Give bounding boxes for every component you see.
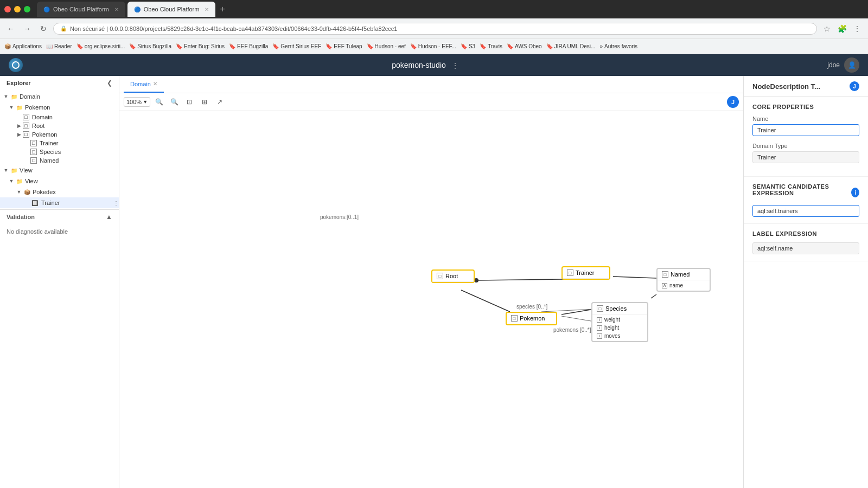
url-bar[interactable]: 🔒 Non sécurisé | 0.0.0.0:8080/projects/5…	[53, 23, 817, 35]
back-btn[interactable]: ←	[4, 22, 17, 35]
validation-message: No diagnostic available	[7, 228, 68, 235]
app-logo-inner	[12, 61, 20, 69]
node-trainer[interactable]: □ Trainer	[561, 266, 610, 280]
bookmark-btn[interactable]: ☆	[820, 22, 833, 35]
app-menu-icon[interactable]: ⋮	[452, 62, 458, 69]
tab-close-icon[interactable]: ✕	[153, 81, 157, 87]
tree-item-pokemon-group[interactable]: ▼ 📁 Pokemon ⋮	[0, 102, 119, 113]
forward-btn[interactable]: →	[21, 22, 34, 35]
tree-item-domain[interactable]: ▼ 📁 Domain ⋮	[0, 91, 119, 102]
node-species-field-moves: i moves	[597, 332, 643, 340]
tree-arrow-view-item: ▼	[8, 178, 15, 184]
bookmark-sirius-bz[interactable]: 🔖 Sirius Bugzilla	[129, 43, 171, 49]
zoom-select[interactable]: 100% ▼	[124, 97, 150, 107]
settings-btn[interactable]: ⋮	[851, 22, 864, 35]
validation-title: Validation	[7, 214, 35, 220]
fit-btn[interactable]: ⊡	[183, 95, 196, 108]
node-root-icon: □	[437, 273, 443, 279]
node-pokemon-icon: □	[511, 315, 518, 322]
tree-item-root[interactable]: ▶ □ Root ⋮	[0, 121, 119, 130]
user-avatar[interactable]: 👤	[844, 57, 859, 73]
tab1-close[interactable]: ✕	[114, 7, 119, 12]
validation-content: No diagnostic available	[0, 224, 119, 239]
tree-item-domain2[interactable]: ▶ □ Domain ⋮	[0, 113, 119, 121]
bookmark-aws[interactable]: 🔖 AWS Obeo	[507, 43, 542, 49]
editor-tabs: Domain ✕	[119, 76, 743, 93]
box-icon-pokemon: □	[23, 131, 29, 138]
explorer-collapse-icon[interactable]: ❮	[107, 79, 112, 87]
node-root[interactable]: □ Root	[431, 269, 475, 283]
bookmark-s3[interactable]: 🔖 S3	[461, 43, 475, 49]
tree-item-pokedex[interactable]: ▼ 📦 Pokedex ⋮	[0, 187, 119, 197]
bookmark-apps[interactable]: 📦 Applications	[4, 43, 42, 49]
bookmark-tuleap[interactable]: 🔖 EEF Tuleap	[326, 43, 362, 49]
arrange-btn[interactable]: ⊞	[198, 95, 211, 108]
zoom-in-btn[interactable]: 🔍	[168, 95, 181, 108]
details-panel-header: NodeDescription T... J	[744, 76, 868, 97]
name-field-input[interactable]	[752, 124, 859, 136]
tree-item-species-sub[interactable]: ▶ □ Species ⋮	[0, 147, 119, 156]
tree-item-view-item[interactable]: ▼ 📁 View ⋮	[0, 176, 119, 187]
editor-canvas[interactable]: pokemons:[0..1] □ Root □ Trainer	[119, 111, 743, 488]
editor-tab-domain[interactable]: Domain ✕	[124, 76, 164, 93]
details-title: NodeDescription T...	[752, 82, 820, 91]
tree-actions-trainer-leaf[interactable]: ⋮	[113, 200, 119, 206]
core-properties-title: Core Properties	[752, 104, 859, 110]
bookmark-reader[interactable]: 📖 Reader	[46, 43, 72, 49]
node-named[interactable]: □ Named A name	[656, 268, 711, 292]
node-named-field-name: A name	[662, 281, 705, 290]
share-btn[interactable]: ↗	[213, 95, 226, 108]
new-tab-btn[interactable]: +	[220, 4, 225, 14]
app-title-area: pokemon-studio ⋮	[29, 61, 821, 69]
bookmark-eef-bz[interactable]: 🔖 EEF Bugzilla	[229, 43, 268, 49]
node-species[interactable]: □ Species i weight i height i	[591, 302, 648, 342]
node-root-header: □ Root	[432, 271, 474, 282]
validation-toggle-icon[interactable]: ▲	[106, 213, 112, 221]
tree-item-trainer-leaf[interactable]: ▶ 🔲 Trainer ⋮	[0, 197, 119, 208]
tree-item-view-group[interactable]: ▼ 📁 View ⋮	[0, 165, 119, 176]
bookmark-gerrit[interactable]: 🔖 Gerrit Sirius EEF	[272, 43, 321, 49]
bookmark-bug[interactable]: 🔖 Enter Bug: Sirius	[176, 43, 225, 49]
bookmark-hudson2[interactable]: 🔖 Hudson - EEF...	[410, 43, 456, 49]
canvas-svg	[119, 111, 743, 488]
reload-btn[interactable]: ↻	[37, 22, 50, 35]
tree-item-pokemon-item[interactable]: ▶ □ Pokemon ⋮	[0, 130, 119, 139]
app: pokemon-studio ⋮ jdoe 👤 Explorer ❮ ▼	[0, 54, 868, 488]
node-pokemon-header: □ Pokemon	[507, 313, 556, 324]
folder-icon-view-group: 📁	[10, 166, 18, 175]
domain-type-field-group: Domain Type Trainer	[752, 143, 859, 163]
maximize-window-btn[interactable]	[24, 6, 30, 12]
close-window-btn[interactable]	[4, 6, 11, 12]
node-trainer-icon: □	[567, 269, 573, 276]
lock-icon: 🔒	[60, 25, 67, 31]
tree-item-named[interactable]: ▶ □ Named ⋮	[0, 156, 119, 165]
tree-arrow-view-group: ▼	[2, 168, 10, 173]
extensions-btn[interactable]: 🧩	[835, 22, 848, 35]
node-trainer-header: □ Trainer	[563, 267, 609, 279]
tree-item-trainer-sub[interactable]: ▶ □ Trainer ⋮	[0, 139, 119, 147]
bookmark-sirius[interactable]: 🔖 org.eclipse.sirii...	[76, 43, 125, 49]
semantic-expression-input[interactable]	[752, 205, 859, 217]
tab2-close[interactable]: ✕	[205, 7, 209, 12]
browser-tab-1[interactable]: 🔵 Obeo Cloud Platform ✕	[37, 2, 125, 17]
field-icon-height: i	[597, 325, 602, 331]
explorer-section: Explorer ❮ ▼ 📁 Domain ⋮ ▼ 📁	[0, 76, 119, 210]
app-logo	[9, 58, 23, 72]
bookmark-hudson1[interactable]: 🔖 Hudson - eef	[367, 43, 406, 49]
bookmark-jira[interactable]: 🔖 JIRA UML Desi...	[546, 43, 596, 49]
semantic-info-badge[interactable]: i	[851, 188, 859, 197]
bookmark-autres[interactable]: » Autres favoris	[599, 43, 637, 49]
explorer-header[interactable]: Explorer ❮	[0, 76, 119, 90]
bookmark-travis[interactable]: 🔖 Travis	[480, 43, 502, 49]
minimize-window-btn[interactable]	[14, 6, 21, 12]
node-pokemon[interactable]: □ Pokemon	[506, 312, 557, 325]
app-header-actions: jdoe 👤	[827, 57, 859, 73]
node-species-header: □ Species	[592, 303, 647, 314]
semantic-candidates-title: Semantic Candidates Expression	[752, 183, 851, 196]
box-icon-trainer-sub: □	[30, 140, 37, 146]
zoom-out-btn[interactable]: 🔍	[152, 95, 165, 108]
browser-tab-2[interactable]: 🔵 Obeo Cloud Platform ✕	[127, 2, 216, 17]
node-species-title: Species	[605, 305, 627, 312]
validation-header[interactable]: Validation ▲	[0, 210, 119, 224]
bookmarks-bar: 📦 Applications 📖 Reader 🔖 org.eclipse.si…	[0, 39, 868, 54]
